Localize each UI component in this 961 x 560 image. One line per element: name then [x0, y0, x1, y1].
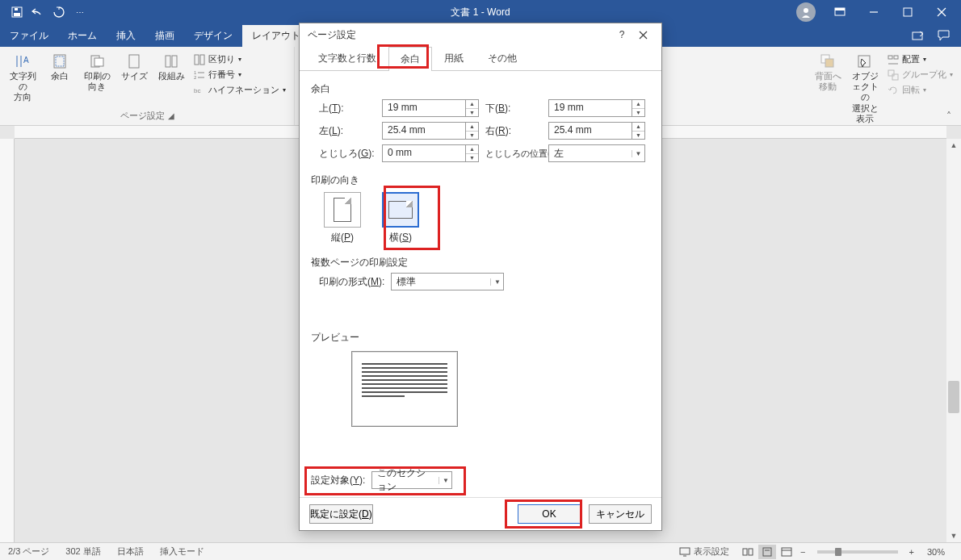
view-print-layout-icon[interactable]: [758, 545, 776, 559]
margin-top-field[interactable]: 19 mm▲▼: [382, 99, 479, 117]
margin-right-field[interactable]: 25.4 mm▲▼: [548, 122, 645, 140]
size-button[interactable]: サイズ: [116, 50, 152, 83]
ok-button[interactable]: OK: [518, 504, 581, 524]
spin-up-icon[interactable]: ▲: [466, 100, 478, 109]
status-page[interactable]: 2/3 ページ: [0, 545, 57, 558]
ribbon-display-options-icon[interactable]: [824, 1, 856, 23]
spin-up-icon[interactable]: ▲: [466, 145, 478, 154]
multipage-combo[interactable]: 標準▼: [391, 273, 504, 290]
group-button[interactable]: グループ化▾: [884, 68, 956, 81]
chevron-down-icon[interactable]: ▼: [490, 278, 503, 286]
vertical-ruler[interactable]: [0, 139, 15, 542]
hyphenation-button[interactable]: bcハイフネーション▾: [191, 83, 289, 97]
svg-rect-38: [743, 549, 747, 555]
margin-bottom-field[interactable]: 19 mm▲▼: [548, 99, 645, 117]
svg-rect-34: [888, 70, 894, 76]
scroll-down-icon[interactable]: ▼: [946, 529, 961, 542]
cancel-button[interactable]: キャンセル: [589, 504, 652, 524]
spin-down-icon[interactable]: ▼: [466, 132, 478, 140]
svg-text:2: 2: [194, 75, 197, 80]
orientation-button[interactable]: 印刷の向き: [79, 50, 115, 94]
save-icon[interactable]: [6, 2, 27, 23]
margins-section-label: 余白: [311, 82, 650, 96]
chevron-down-icon[interactable]: ▼: [439, 477, 451, 484]
comments-icon[interactable]: [934, 25, 955, 46]
tab-file[interactable]: ファイル: [0, 25, 58, 47]
columns-button[interactable]: 段組み: [153, 50, 189, 83]
svg-rect-15: [56, 56, 64, 66]
view-web-layout-icon[interactable]: [778, 545, 795, 559]
text-direction-button[interactable]: A 文字列の方向: [5, 50, 40, 105]
zoom-in-button[interactable]: +: [906, 547, 917, 557]
qat-customize-icon[interactable]: ⋯: [69, 2, 90, 23]
dialog-tab-margins[interactable]: 余白: [388, 47, 432, 71]
svg-rect-40: [763, 548, 771, 556]
tab-home[interactable]: ホーム: [58, 25, 107, 47]
breaks-button[interactable]: 区切り▾: [191, 52, 289, 66]
selection-pane-button[interactable]: オブジェクトの選択と表示: [847, 50, 883, 126]
status-word-count[interactable]: 302 単語: [57, 545, 108, 558]
margins-button[interactable]: 余白: [42, 50, 78, 83]
orientation-portrait-label: 縦(P): [331, 231, 354, 244]
svg-rect-1: [14, 13, 20, 16]
gutter-pos-label: とじしろの位置(U):: [485, 148, 542, 160]
dialog-tab-other[interactable]: その他: [476, 46, 529, 70]
chevron-down-icon[interactable]: ▼: [632, 150, 644, 157]
spin-up-icon[interactable]: ▲: [632, 100, 644, 109]
share-icon[interactable]: [908, 25, 929, 46]
spin-down-icon[interactable]: ▼: [466, 154, 478, 162]
close-button[interactable]: [925, 1, 958, 23]
apply-to-combo[interactable]: このセクション▼: [371, 471, 452, 489]
minimize-button[interactable]: [858, 1, 890, 23]
dialog-tab-paper[interactable]: 用紙: [432, 46, 476, 70]
page-setup-launcher-icon[interactable]: ◢: [168, 111, 174, 120]
gutter-pos-combo[interactable]: 左▼: [548, 144, 645, 162]
spin-up-icon[interactable]: ▲: [466, 123, 478, 132]
zoom-slider[interactable]: [817, 550, 898, 554]
spin-down-icon[interactable]: ▼: [466, 109, 478, 117]
margin-right-label: 右(R):: [485, 124, 542, 138]
tab-design[interactable]: デザイン: [184, 25, 242, 47]
set-default-button[interactable]: 既定に設定(D): [309, 504, 373, 524]
tab-draw[interactable]: 描画: [145, 25, 184, 47]
spin-down-icon[interactable]: ▼: [632, 109, 644, 117]
scroll-up-icon[interactable]: ▲: [946, 139, 961, 152]
view-read-mode-icon[interactable]: [739, 545, 757, 559]
dialog-close-button[interactable]: [632, 25, 653, 44]
spin-up-icon[interactable]: ▲: [632, 123, 644, 132]
dialog-help-button[interactable]: ?: [611, 25, 632, 44]
display-settings-button[interactable]: 表示設定: [671, 545, 737, 558]
maximize-button[interactable]: [892, 1, 924, 23]
zoom-level[interactable]: 30%: [919, 547, 953, 557]
rotate-button[interactable]: 回転▾: [884, 83, 956, 97]
gutter-field[interactable]: 0 mm▲▼: [382, 144, 479, 162]
spin-down-icon[interactable]: ▼: [632, 132, 644, 140]
scroll-thumb[interactable]: [948, 381, 959, 413]
orientation-portrait-button[interactable]: 縦(P): [322, 190, 363, 246]
orientation-landscape-button[interactable]: 横(S): [380, 190, 421, 246]
svg-rect-7: [904, 8, 912, 16]
status-language[interactable]: 日本語: [109, 545, 152, 558]
margin-left-field[interactable]: 25.4 mm▲▼: [382, 122, 479, 140]
svg-rect-21: [195, 55, 199, 65]
page-setup-group-label: ページ設定: [120, 111, 165, 120]
line-numbers-button[interactable]: 12行番号▾: [191, 68, 289, 81]
zoom-out-button[interactable]: −: [797, 547, 808, 557]
svg-rect-42: [782, 548, 791, 556]
dialog-body: 余白 上(T): 19 mm▲▼ 下(B): 19 mm▲▼ 左(L): 25.…: [300, 71, 661, 497]
collapse-ribbon-icon[interactable]: ˄: [942, 109, 956, 123]
svg-rect-20: [172, 56, 177, 67]
status-insert-mode[interactable]: 挿入モード: [152, 545, 212, 558]
dialog-title-bar: ページ設定 ?: [300, 23, 661, 46]
svg-rect-19: [166, 56, 170, 67]
svg-rect-29: [825, 59, 833, 67]
align-button[interactable]: 配置▾: [884, 52, 956, 66]
redo-icon[interactable]: [48, 2, 69, 23]
dialog-tab-chars[interactable]: 文字数と行数: [306, 46, 388, 70]
send-backward-button[interactable]: 背面へ移動: [810, 50, 846, 94]
quick-access-toolbar: ⋯: [0, 2, 90, 23]
user-avatar[interactable]: [796, 2, 816, 22]
tab-insert[interactable]: 挿入: [107, 25, 145, 47]
vertical-scrollbar[interactable]: ▲ ▼: [946, 139, 961, 542]
undo-icon[interactable]: [27, 2, 48, 23]
